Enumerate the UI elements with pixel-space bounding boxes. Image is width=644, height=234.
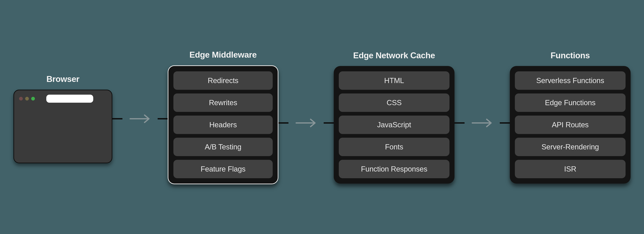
column-title-functions: Functions	[550, 51, 590, 60]
panel-functions: Serverless Functions Edge Functions API …	[510, 66, 630, 184]
column-edge-network-cache: Edge Network Cache HTML CSS JavaScript F…	[334, 51, 454, 184]
connector-1	[112, 114, 168, 124]
chip-html: HTML	[339, 71, 450, 90]
arrow-right-icon	[295, 118, 317, 128]
connector-3	[454, 118, 510, 128]
connector-2	[278, 118, 334, 128]
chip-serverless-functions: Serverless Functions	[515, 71, 626, 90]
chip-server-rendering: Server-Rendering	[515, 138, 626, 156]
chip-api-routes: API Routes	[515, 116, 626, 134]
diagram-stage: Browser	[0, 0, 644, 234]
chip-feature-flags: Feature Flags	[174, 160, 273, 178]
column-edge-middleware: Edge Middleware Redirects Rewrites Heade…	[168, 50, 278, 184]
panel-edge-network-cache: HTML CSS JavaScript Fonts Function Respo…	[334, 66, 454, 184]
chip-isr: ISR	[515, 160, 626, 178]
connector-bar-left	[454, 122, 464, 124]
chip-css: CSS	[339, 93, 450, 112]
browser-window	[14, 90, 112, 163]
traffic-light-minimize-icon	[25, 97, 29, 100]
browser-titlebar	[19, 95, 107, 103]
connector-bar-right	[324, 122, 334, 124]
traffic-light-zoom-icon	[31, 97, 35, 100]
chip-ab-testing: A/B Testing	[174, 138, 273, 156]
connector-bar-right	[500, 122, 510, 124]
chip-rewrites: Rewrites	[174, 93, 273, 112]
connector-bar-right	[158, 118, 168, 119]
browser-viewport	[19, 103, 107, 158]
traffic-lights	[19, 97, 35, 100]
browser-url-bar	[46, 95, 93, 103]
arrow-right-icon	[471, 118, 493, 128]
connector-bar-left	[278, 122, 288, 124]
chip-redirects: Redirects	[174, 71, 273, 90]
column-title-edge-network-cache: Edge Network Cache	[353, 51, 435, 60]
chip-javascript: JavaScript	[339, 116, 450, 134]
column-title-browser: Browser	[46, 74, 80, 84]
connector-bar-left	[112, 118, 122, 119]
panel-edge-middleware: Redirects Rewrites Headers A/B Testing F…	[168, 65, 278, 184]
column-browser: Browser	[14, 74, 112, 163]
chip-function-responses: Function Responses	[339, 160, 450, 178]
column-functions: Functions Serverless Functions Edge Func…	[510, 51, 630, 184]
chip-fonts: Fonts	[339, 138, 450, 156]
traffic-light-close-icon	[19, 97, 23, 100]
chip-edge-functions: Edge Functions	[515, 93, 626, 112]
flow-row: Browser	[14, 50, 630, 184]
arrow-right-icon	[129, 114, 151, 124]
chip-headers: Headers	[174, 116, 273, 134]
column-title-edge-middleware: Edge Middleware	[190, 50, 257, 60]
